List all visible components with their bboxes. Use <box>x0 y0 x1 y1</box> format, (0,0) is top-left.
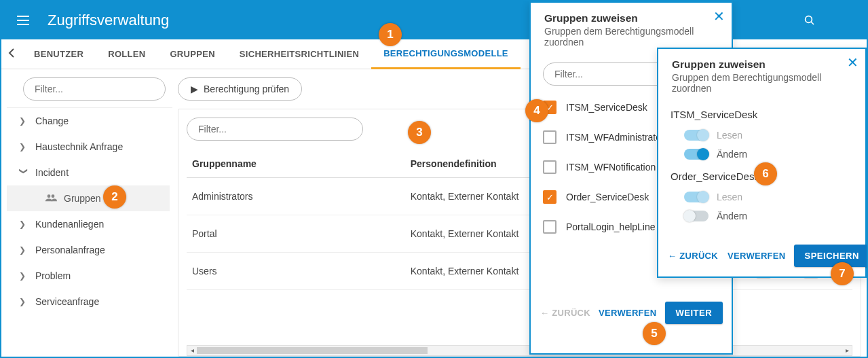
tree-label: Problem <box>35 270 71 281</box>
group-icon <box>45 193 57 204</box>
dialog-title: Gruppen zuweisen <box>672 58 838 71</box>
tree-item-kunden[interactable]: ❯Kundenanliegen <box>7 211 170 237</box>
toggle-label: Ändern <box>717 211 747 221</box>
toggle-switch <box>684 192 709 202</box>
tree-item-problem[interactable]: ❯Problem <box>7 263 170 289</box>
tab-groups[interactable]: GRUPPEN <box>157 39 227 69</box>
check-permission-button[interactable]: ▶ Berechtigung prüfen <box>178 77 302 101</box>
permission-section: ITSM_ServiceDesk Lesen Ändern <box>671 109 853 164</box>
back-chevron-icon[interactable] <box>1 47 22 61</box>
tree-item-service[interactable]: ❯Serviceanfrage <box>7 289 170 315</box>
scrollbar-thumb[interactable] <box>197 347 428 354</box>
group-label: ITSM_WFNotification <box>566 162 656 173</box>
chevron-down-icon: ❯ <box>19 168 29 177</box>
group-label: PortalLogin_helpLine <box>566 221 656 232</box>
back-button: ←ZURÜCK <box>540 308 590 318</box>
svg-line-1 <box>811 22 814 24</box>
close-icon[interactable]: ✕ <box>847 54 858 71</box>
arrow-left-icon: ← <box>540 308 549 318</box>
menu-icon[interactable] <box>10 7 37 34</box>
toggle-switch <box>684 130 709 141</box>
checkbox-checked-icon[interactable]: ✓ <box>543 190 556 204</box>
callout-badge: 6 <box>754 162 777 185</box>
checkbox-icon[interactable] <box>543 220 556 234</box>
svg-point-2 <box>48 194 51 198</box>
callout-badge: 5 <box>643 322 666 345</box>
tree-label: Incident <box>35 167 69 178</box>
callout-badge: 4 <box>525 99 548 122</box>
dialog-title: Gruppen zuweisen <box>544 12 704 24</box>
dialog-subtitle: Gruppen dem Berechtigungsmodell zuordnen <box>672 72 838 94</box>
col-groupname[interactable]: Gruppenname <box>187 150 405 178</box>
page-title: Zugriffsverwaltung <box>48 12 169 29</box>
tab-policies[interactable]: SICHERHEITSRICHTLINIEN <box>227 39 371 69</box>
back-button[interactable]: ←ZURÜCK <box>668 251 718 261</box>
callout-badge: 1 <box>379 23 402 46</box>
tree-label: Haustechnik Anfrage <box>35 141 123 152</box>
cell-name: Administrators <box>187 178 405 215</box>
chevron-right-icon: ❯ <box>19 142 29 151</box>
play-icon: ▶ <box>191 84 198 94</box>
discard-button[interactable]: VERWERFEN <box>599 308 657 318</box>
app-header: Zugriffsverwaltung <box>1 1 867 39</box>
tree-label: Change <box>35 115 69 126</box>
callout-badge: 7 <box>831 262 854 285</box>
tree-label: Kundenanliegen <box>35 219 104 230</box>
tree-label: Serviceanfrage <box>35 296 99 307</box>
toggle-label: Lesen <box>717 192 742 202</box>
checkbox-icon[interactable] <box>543 130 556 144</box>
chevron-right-icon: ❯ <box>19 116 29 126</box>
save-button[interactable]: SPEICHERN <box>794 245 868 267</box>
svg-point-0 <box>806 16 812 23</box>
toggle-label: Ändern <box>717 149 747 160</box>
scroll-left-icon[interactable]: ◂ <box>187 346 197 355</box>
toggle-change-row[interactable]: Ändern <box>671 207 853 226</box>
toggle-switch[interactable] <box>684 149 709 160</box>
tree-sub-groups[interactable]: Gruppen <box>7 185 170 211</box>
dialog-subtitle: Gruppen dem Berechtigungsmodell zuordnen <box>544 26 704 48</box>
section-title: ITSM_ServiceDesk <box>671 109 853 120</box>
left-sidebar: ❯Change ❯Haustechnik Anfrage ❯Incident G… <box>1 69 172 357</box>
tab-roles[interactable]: ROLLEN <box>96 39 157 69</box>
chevron-right-icon: ❯ <box>19 245 29 255</box>
tree-item-haustechnik[interactable]: ❯Haustechnik Anfrage <box>7 134 170 160</box>
group-label: ITSM_ServiceDesk <box>566 102 647 113</box>
arrow-left-icon: ← <box>668 251 677 261</box>
tree-item-incident[interactable]: ❯Incident <box>7 160 170 185</box>
group-label: ITSM_WFAdministrator <box>566 132 664 143</box>
checkbox-icon[interactable] <box>543 160 556 174</box>
search-icon[interactable] <box>801 12 818 29</box>
toggle-switch[interactable] <box>684 211 709 221</box>
chevron-right-icon: ❯ <box>19 219 29 229</box>
callout-badge: 3 <box>408 121 431 144</box>
toggle-change-row[interactable]: Ändern <box>671 145 853 164</box>
svg-point-3 <box>52 194 55 198</box>
tree-item-personal[interactable]: ❯Personalanfrage <box>7 237 170 263</box>
check-permission-label: Berechtigung prüfen <box>204 84 289 94</box>
cell-name: Portal <box>187 215 405 253</box>
tree-item-change[interactable]: ❯Change <box>7 108 170 134</box>
callout-badge: 2 <box>103 185 126 209</box>
next-button[interactable]: WEITER <box>665 302 723 324</box>
chevron-right-icon: ❯ <box>19 271 29 281</box>
cell-name: Users <box>187 253 405 290</box>
toggle-read-row: Lesen <box>671 187 853 207</box>
tree-label: Personalanfrage <box>35 245 105 255</box>
discard-button[interactable]: VERWERFEN <box>728 251 786 261</box>
chevron-right-icon: ❯ <box>19 297 29 306</box>
horizontal-scrollbar[interactable]: ◂ ▸ <box>187 345 852 356</box>
toggle-read-row: Lesen <box>671 126 853 145</box>
tree-sub-label: Gruppen <box>64 193 100 204</box>
toggle-label: Lesen <box>717 130 742 141</box>
table-filter-input[interactable] <box>187 118 363 141</box>
tree-filter-input[interactable] <box>23 77 166 101</box>
tab-users[interactable]: BENUTZER <box>22 39 96 69</box>
scroll-right-icon[interactable]: ▸ <box>842 346 852 355</box>
close-icon[interactable]: ✕ <box>713 8 725 24</box>
group-label: Order_ServiceDesk <box>566 192 649 202</box>
